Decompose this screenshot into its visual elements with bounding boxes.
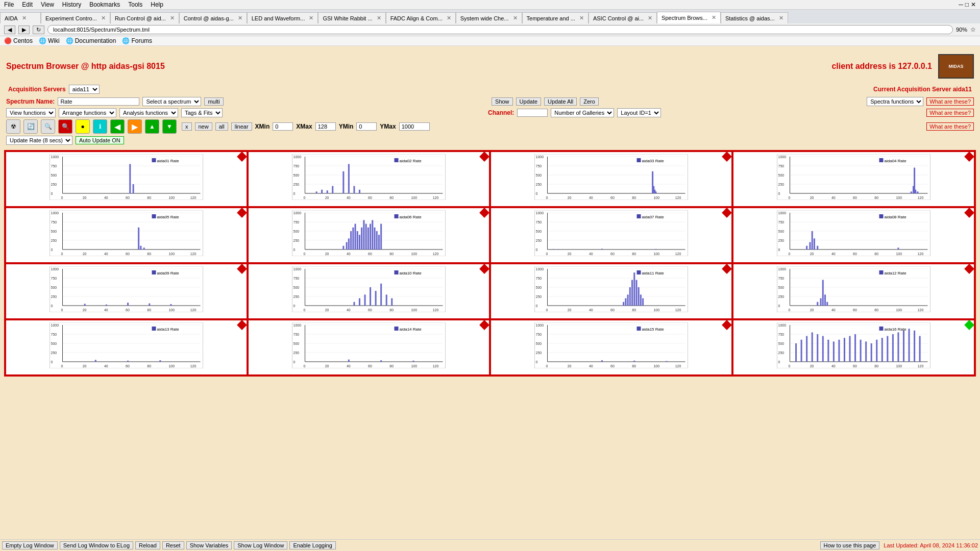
tags-fits-select[interactable]: Tags & Fits [181,108,223,117]
bookmark-documentation[interactable]: 🌐 Documentation [66,37,116,44]
tab-statistics[interactable]: Statistics @ aidas...✕ [721,12,788,23]
menu-bookmarks[interactable]: Bookmarks [89,1,120,8]
tab-control[interactable]: Control @ aidas-g...✕ [179,12,247,23]
auto-update-button[interactable]: Auto Update ON [76,136,124,144]
gallery-cell-4[interactable]: 02505007501000020406080100120aida04 Rate [732,151,975,207]
svg-text:80: 80 [389,364,394,368]
update-rate-select[interactable]: Update Rate (8 secs) [6,136,72,145]
all-button[interactable]: all [215,122,228,131]
left-arrow-icon[interactable]: ◀ [110,119,125,134]
acq-server-select[interactable]: aida11 [69,85,100,94]
yellow-icon[interactable]: ● [76,119,90,134]
svg-text:100: 100 [653,252,659,256]
tab-aida[interactable]: AIDA✕ [0,12,41,23]
close-button[interactable]: ✕ [971,1,976,8]
down-icon[interactable]: ▼ [162,119,177,134]
menu-file[interactable]: File [4,1,14,8]
view-functions-select[interactable]: View functions [6,108,56,117]
svg-rect-362 [95,360,96,362]
x-button[interactable]: x [182,122,192,131]
tab-asic-control[interactable]: ASIC Control @ ai...✕ [589,12,657,23]
svg-rect-102 [914,168,915,193]
tab-spectrum-browser[interactable]: Spectrum Brows...✕ [657,12,721,23]
star-icon[interactable]: ☆ [970,26,976,33]
bookmark-forums[interactable]: 🌐 Forums [122,37,152,44]
svg-text:40: 40 [589,252,593,256]
back-button[interactable]: ◀ [4,26,15,34]
gallery-cell-2[interactable]: 02505007501000020406080100120aida02 Rate [248,151,490,207]
tab-fadc[interactable]: FADC Align & Com...✕ [386,12,456,23]
multi-button[interactable]: multi [204,97,223,106]
svg-text:250: 250 [293,351,300,355]
svg-text:40: 40 [589,196,593,199]
menu-help[interactable]: Help [151,1,163,8]
gallery-cell-5[interactable]: 02505007501000020406080100120aida05 Rate [5,207,248,263]
svg-text:20: 20 [810,252,814,256]
arrange-functions-select[interactable]: Arrange functions [59,108,116,117]
xmin-input[interactable] [273,122,293,131]
spectra-functions-select[interactable]: Spectra functions [867,97,923,106]
menu-history[interactable]: History [62,1,81,8]
what-are-these-3[interactable]: What are these? [926,122,974,131]
gallery-cell-10[interactable]: 02505007501000020406080100120aida10 Rate [248,263,490,319]
gallery-cell-3[interactable]: 02505007501000020406080100120aida03 Rate [490,151,732,207]
tab-led-waveform[interactable]: LED and Waveform...✕ [247,12,318,23]
gallery-cell-6[interactable]: 02505007501000020406080100120aida06 Rate [248,207,490,263]
bookmark-wiki[interactable]: 🌐 Wiki [39,37,60,44]
maximize-button[interactable]: □ [965,1,969,8]
tab-run-control[interactable]: Run Control @ aid...✕ [110,12,179,23]
svg-rect-461 [879,327,884,331]
svg-text:1000: 1000 [51,323,59,327]
gallery-cell-16[interactable]: 02505007501000020406080100120aida16 Rate [732,319,975,375]
channel-input[interactable] [517,109,548,117]
gallery-cell-15[interactable]: 02505007501000020406080100120aida15 Rate [490,319,732,375]
new-button[interactable]: new [195,122,212,131]
gallery-cell-12[interactable]: 02505007501000020406080100120aida12 Rate [732,263,975,319]
spectrum-name-input[interactable] [58,97,139,106]
info-icon[interactable]: ℹ [93,119,107,134]
up-icon[interactable]: ▲ [145,119,159,134]
svg-text:60: 60 [853,308,857,312]
number-of-galleries-select[interactable]: Number of Galleries [551,108,614,117]
zero-button[interactable]: Zero [580,97,599,106]
tab-temperature[interactable]: Temperature and ...✕ [522,12,589,23]
bookmark-centos[interactable]: 🔴 Centos [4,37,33,44]
zoom-in-icon[interactable]: 🔍 [41,119,55,134]
gallery-cell-14[interactable]: 02505007501000020406080100120aida14 Rate [248,319,490,375]
tab-gsi-white-rabbit[interactable]: GSI White Rabbit ...✕ [318,12,385,23]
tab-system-wide[interactable]: System wide Che...✕ [456,12,522,23]
zoom-out-icon[interactable]: 🔍 [58,119,72,134]
gallery-cell-1[interactable]: 02505007501000020406080100120aida01 Rate [5,151,248,207]
update-all-button[interactable]: Update All [544,97,577,106]
gallery-cell-11[interactable]: 02505007501000020406080100120aida11 Rate [490,263,732,319]
svg-text:80: 80 [874,196,878,199]
reload-button[interactable]: ↻ [33,26,44,34]
menu-view[interactable]: View [41,1,54,8]
radiation-icon[interactable]: ☢ [6,119,20,134]
xmax-input[interactable] [315,122,336,131]
gallery-cell-7[interactable]: 02505007501000020406080100120aida07 Rate [490,207,732,263]
ymin-input[interactable] [356,122,377,131]
svg-text:750: 750 [778,277,785,280]
svg-rect-246 [84,304,86,306]
address-input[interactable] [47,25,953,34]
what-are-these-1[interactable]: What are these? [926,97,974,106]
linear-button[interactable]: linear [231,122,252,131]
menu-tools[interactable]: Tools [128,1,142,8]
menu-edit[interactable]: Edit [22,1,33,8]
ymax-input[interactable] [399,122,430,131]
right-arrow-icon[interactable]: ▶ [128,119,142,134]
what-are-these-2[interactable]: What are these? [926,109,974,117]
tab-experiment-control[interactable]: Experiment Contro...✕ [41,12,110,23]
select-spectrum-dropdown[interactable]: Select a spectrum [142,97,201,106]
show-button[interactable]: Show [492,97,513,106]
layout-id-select[interactable]: Layout ID=1 [617,108,661,117]
gallery-cell-9[interactable]: 02505007501000020406080100120aida09 Rate [5,263,248,319]
gallery-cell-8[interactable]: 02505007501000020406080100120aida08 Rate [732,207,975,263]
forward-button[interactable]: ▶ [18,26,30,34]
analysis-functions-select[interactable]: Analysis functions [119,108,178,117]
refresh-icon[interactable]: 🔄 [23,119,38,134]
update-button[interactable]: Update [516,97,541,106]
minimize-button[interactable]: ─ [959,1,963,8]
gallery-cell-13[interactable]: 02505007501000020406080100120aida13 Rate [5,319,248,375]
